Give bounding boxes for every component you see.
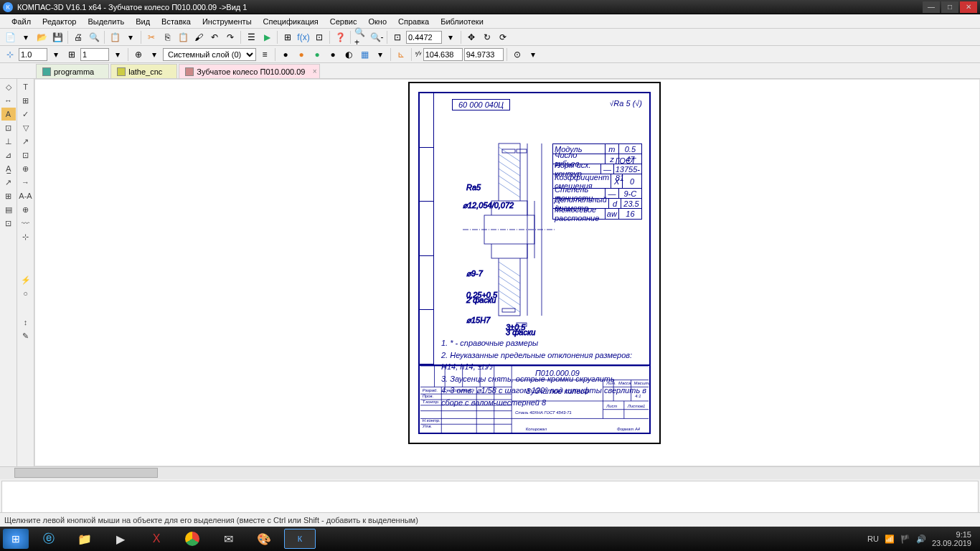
tool-text-icon[interactable]: T (19, 80, 33, 93)
menu-spec[interactable]: Спецификация (258, 16, 324, 27)
zoom-input[interactable] (406, 31, 442, 44)
tool-tolerance-icon[interactable]: ⊡ (19, 149, 33, 161)
variables-button[interactable]: ⊞ (281, 30, 295, 44)
preview2-button[interactable]: 📋 (108, 30, 122, 44)
tray-sound-icon[interactable]: 🔊 (916, 534, 926, 544)
open-button[interactable]: 📂 (34, 30, 49, 44)
taskbar-chrome-icon[interactable] (176, 529, 208, 549)
obj-snap-dd[interactable]: ▾ (526, 47, 540, 62)
geometry-panel-icon[interactable]: ◇ (1, 80, 16, 93)
style1-button[interactable]: ● (278, 47, 293, 62)
tool-section-icon[interactable]: A-A (19, 189, 33, 202)
tool-circle-icon[interactable]: ○ (19, 287, 33, 300)
pan-button[interactable]: ✥ (464, 30, 479, 44)
menu-view[interactable]: Вид (130, 16, 156, 27)
taskbar-mail-icon[interactable]: ✉ (212, 529, 244, 549)
tray-clock[interactable]: 9:1523.09.2019 (932, 530, 971, 547)
taskbar-x-icon[interactable]: X (141, 529, 172, 549)
layer-combo[interactable]: Системный слой (0) (163, 48, 256, 61)
tab-gear[interactable]: Зубчатое колесо П010.000.09 × (179, 64, 320, 78)
tool-leader-icon[interactable]: ↗ (19, 135, 33, 148)
tool-axis-icon[interactable]: ⊹ (19, 230, 33, 243)
menu-help[interactable]: Справка (392, 16, 435, 27)
cut-button[interactable]: ✂ (144, 30, 159, 44)
tray-network-icon[interactable]: 📶 (885, 534, 895, 544)
redo-button[interactable]: ↷ (223, 30, 237, 44)
paste-button[interactable]: 📋 (176, 30, 190, 44)
spec-panel-icon[interactable]: ⊞ (1, 189, 16, 202)
style5-button[interactable]: ◐ (341, 47, 356, 62)
grid-input[interactable] (80, 48, 109, 61)
tool-rough-icon[interactable]: ✓ (19, 108, 33, 121)
snap-button[interactable]: ⊹ (3, 47, 17, 62)
tab-programma[interactable]: programma (36, 64, 109, 78)
rotate-button[interactable]: ↻ (480, 30, 494, 44)
report-panel-icon[interactable]: ▤ (1, 203, 16, 216)
views-panel-icon[interactable]: ⊡ (1, 217, 16, 230)
new-dropdown[interactable]: ▾ (19, 30, 33, 44)
annotate-panel-icon[interactable]: A (1, 108, 16, 121)
tool-edit1-icon[interactable]: ↕ (19, 316, 33, 329)
tray-lang[interactable]: RU (867, 534, 879, 543)
tool-wave-icon[interactable]: 〰 (19, 217, 33, 230)
dim-panel-icon[interactable]: ↔ (1, 94, 16, 107)
dropdown1[interactable]: ▾ (123, 30, 138, 44)
maximize-button[interactable]: □ (941, 1, 958, 13)
step-input[interactable] (19, 48, 47, 61)
preview-button[interactable]: 🔍 (87, 30, 101, 44)
tool-base-icon[interactable]: ▽ (19, 121, 33, 134)
minimize-button[interactable]: — (923, 1, 940, 13)
refresh-button[interactable]: ⟳ (496, 30, 510, 44)
stop-button[interactable]: ▶ (260, 30, 274, 44)
tool-bolt-icon[interactable]: ⚡ (19, 273, 33, 286)
coord-button[interactable]: ⊕ (131, 47, 146, 62)
taskbar-explorer-icon[interactable]: 📁 (69, 529, 100, 549)
tool-table-icon[interactable]: ⊞ (19, 94, 33, 107)
menu-window[interactable]: Окно (362, 16, 392, 27)
param-panel-icon[interactable]: ⊥ (1, 135, 16, 148)
style2-button[interactable]: ● (294, 47, 308, 62)
zoom-dropdown[interactable]: ▾ (443, 30, 458, 44)
style6-button[interactable]: ▦ (357, 47, 372, 62)
ortho-button[interactable]: ⊾ (394, 47, 408, 62)
help-button[interactable]: ❓ (333, 30, 347, 44)
style7-button[interactable]: ▾ (373, 47, 387, 62)
close-button[interactable]: ✕ (960, 1, 977, 13)
tool-mark-icon[interactable]: ⊕ (19, 162, 33, 175)
zoom-in-button[interactable]: 🔍+ (354, 30, 368, 44)
tab-close-icon[interactable]: × (313, 67, 317, 75)
copy-button[interactable]: ⎘ (160, 30, 174, 44)
step-dd[interactable]: ▾ (49, 47, 63, 62)
properties-button[interactable]: ☰ (244, 30, 258, 44)
zoom-fit-button[interactable]: ⊡ (390, 30, 405, 44)
edit-panel-icon[interactable]: ⊡ (1, 121, 16, 134)
format-painter-button[interactable]: 🖌 (192, 30, 206, 44)
tab-lathe[interactable]: lathe_cnc (110, 64, 177, 78)
zoom-out-button[interactable]: 🔍- (369, 30, 384, 44)
menu-tools[interactable]: Инструменты (197, 16, 258, 27)
grid-dd[interactable]: ▾ (110, 47, 125, 62)
print-button[interactable]: 🖨 (71, 30, 85, 44)
menu-insert[interactable]: Вставка (156, 16, 197, 27)
obj-snap-button[interactable]: ⊙ (510, 47, 524, 62)
new-button[interactable]: 📄 (3, 30, 17, 44)
h-scrollbar[interactable] (0, 466, 980, 479)
menu-select[interactable]: Выделить (82, 16, 130, 27)
save-button[interactable]: 💾 (50, 30, 65, 44)
fx-button[interactable]: f(x) (296, 30, 311, 44)
taskbar-media-icon[interactable]: ▶ (105, 529, 136, 549)
layer-mgr-button[interactable]: ≡ (258, 47, 272, 62)
coord-y-input[interactable] (464, 48, 504, 61)
start-button[interactable]: ⊞ (3, 529, 29, 549)
tool-edit2-icon[interactable]: ✎ (19, 329, 33, 342)
menu-edit[interactable]: Редактор (37, 16, 82, 27)
tray-flag-icon[interactable]: 🏴 (900, 534, 910, 544)
coord-dd[interactable]: ▾ (147, 47, 161, 62)
select-panel-icon[interactable]: A̲ (1, 162, 16, 175)
taskbar-ie-icon[interactable]: ⓔ (33, 529, 65, 549)
menu-libs[interactable]: Библиотеки (435, 16, 489, 27)
taskbar-kompas-icon[interactable]: К (284, 529, 316, 549)
measure-panel-icon[interactable]: ⊿ (1, 149, 16, 161)
taskbar-paint-icon[interactable]: 🎨 (248, 529, 280, 549)
insert-panel-icon[interactable]: ↗ (1, 176, 16, 189)
